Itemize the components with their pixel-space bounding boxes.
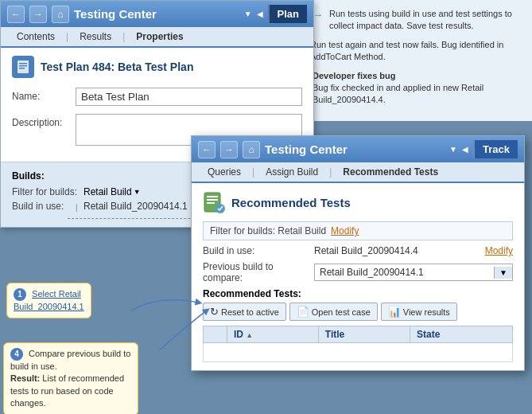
rec-title: Recommended Tests: [231, 196, 351, 209]
prev-build-row: Previous build to compare: ▼: [203, 261, 513, 283]
prev-build-label: Previous build to compare:: [203, 261, 314, 283]
callout-1-bubble: 1 Select RetailBuild_20090414.1: [6, 283, 91, 318]
toolbar-row: ↻ Reset to active 📄 Open test case 📊 Vie…: [203, 303, 513, 321]
svg-rect-1: [19, 63, 27, 64]
filter-dropdown-icon[interactable]: ▼: [134, 188, 141, 196]
th-id-label: ID: [234, 329, 243, 340]
track-back-button[interactable]: ←: [198, 141, 216, 158]
track-home-button[interactable]: ⌂: [243, 141, 260, 158]
callout-desc-3: Bug fix checked in and applied in new Re…: [313, 83, 483, 104]
track-window: ← → ⌂ Testing Center ▼ ◀ Track Queries |…: [191, 135, 525, 371]
filter-builds-label: Filter for builds: Retail Build: [210, 225, 326, 236]
build-in-use-row-track: Build in use: Retail Build_20090414.4 Mo…: [203, 245, 513, 256]
view-label: View results: [403, 307, 450, 317]
plan-dropdown-arrow[interactable]: ▼: [244, 10, 252, 18]
build-in-use-value: Retail Build_20090414.1: [83, 201, 188, 212]
svg-rect-3: [19, 68, 25, 69]
callout-4-text: Compare previous build to build in use.R…: [10, 349, 130, 408]
prev-build-dropdown-btn[interactable]: ▼: [494, 267, 512, 279]
tab-recommended-tests[interactable]: Recommended Tests: [333, 162, 448, 183]
plan-tabs: Contents | Results | Properties: [1, 27, 313, 48]
reset-label: Reset to active: [221, 307, 279, 317]
plan-window-title: Testing Center: [74, 7, 239, 21]
th-state-label: State: [417, 329, 440, 340]
tab-results[interactable]: Results: [70, 27, 121, 48]
track-nav-arrow[interactable]: ◀: [462, 145, 468, 154]
tab-contents[interactable]: Contents: [7, 27, 64, 48]
plan-titlebar: ← → ⌂ Testing Center ▼ ◀ Plan: [1, 1, 313, 27]
tab-assign-build[interactable]: Assign Build: [256, 162, 328, 183]
callout-text-2: Run tests using build in use and test se…: [329, 8, 522, 33]
th-title[interactable]: Title: [318, 326, 410, 343]
track-badge: Track: [473, 140, 518, 158]
reset-to-active-button[interactable]: ↻ Reset to active: [203, 303, 286, 321]
callout-1-num: 1: [14, 288, 26, 301]
th-state[interactable]: State: [410, 326, 513, 343]
sort-icon: ▲: [246, 331, 253, 339]
track-dropdown-arrow[interactable]: ▼: [449, 145, 457, 154]
filter-modify-link[interactable]: Modify: [331, 225, 359, 236]
table-row-empty: [204, 343, 513, 362]
th-id[interactable]: ID ▲: [227, 326, 319, 343]
callout-item-3: 3 Developer fixes bug Bug fix checked in…: [295, 70, 522, 107]
name-row: Name:: [12, 88, 302, 106]
tests-table: ID ▲ Title State: [203, 326, 513, 362]
callout-text-3: Developer fixes bug Bug fix checked in a…: [313, 70, 522, 107]
svg-rect-2: [19, 65, 27, 67]
callout-4-bubble: 4 Compare previous build to build in use…: [3, 342, 138, 414]
track-window-title: Testing Center: [265, 143, 445, 156]
plan-header: Test Plan 484: Beta Test Plan: [12, 56, 302, 78]
forward-button[interactable]: →: [29, 6, 47, 23]
callout-item-2: 2 → Run tests using build in use and tes…: [295, 8, 522, 33]
filter-label: Filter for builds:: [12, 186, 83, 197]
rec-tests-content: Recommended Tests Filter for builds: Ret…: [192, 183, 524, 370]
prev-build-input-container: ▼: [314, 264, 513, 281]
rec-tests-label: Recommended Tests:: [203, 288, 513, 299]
open-label: Open test case: [312, 307, 371, 317]
callout-label-3: Developer fixes bug: [313, 70, 522, 82]
filter-dropdown[interactable]: Retail Build ▼: [83, 186, 141, 197]
description-label: Description:: [12, 114, 76, 128]
name-input[interactable]: [76, 88, 302, 106]
tab-queries[interactable]: Queries: [198, 162, 250, 183]
callout-4-num: 4: [10, 348, 23, 361]
svg-rect-7: [207, 202, 215, 204]
build-in-use-value-track: Retail Build_20090414.4: [314, 245, 480, 256]
build-modify-link[interactable]: Modify: [485, 245, 513, 256]
back-button[interactable]: ←: [7, 6, 25, 23]
view-results-button[interactable]: 📊 View results: [381, 303, 457, 321]
track-titlebar: ← → ⌂ Testing Center ▼ ◀ Track: [192, 136, 524, 162]
callout-item-bug: ↩ Run test again and test now fails. Bug…: [295, 39, 522, 64]
track-tabs: Queries | Assign Build | Recommended Tes…: [192, 162, 524, 183]
callout-text-bug: Run test again and test now fails. Bug i…: [310, 39, 522, 64]
filter-builds-row: Filter for builds: Retail Build Modify: [203, 221, 513, 240]
plan-icon: [12, 56, 34, 78]
svg-rect-5: [207, 196, 218, 197]
open-icon: 📄: [297, 306, 309, 318]
plan-nav-arrow[interactable]: ◀: [257, 10, 263, 18]
build-in-use-label-track: Build in use:: [203, 245, 314, 256]
callout-4-arrow: [151, 307, 215, 354]
build-in-use-label: Build in use:: [12, 201, 83, 212]
th-title-label: Title: [325, 329, 344, 340]
svg-rect-6: [207, 199, 218, 201]
home-button[interactable]: ⌂: [52, 6, 69, 23]
rec-icon: [203, 191, 225, 213]
svg-rect-0: [17, 61, 29, 73]
tab-properties[interactable]: Properties: [126, 27, 192, 48]
open-test-case-button[interactable]: 📄 Open test case: [289, 303, 378, 321]
filter-value: Retail Build: [83, 186, 132, 197]
table-body: [204, 343, 513, 362]
name-label: Name:: [12, 88, 76, 102]
plan-badge: Plan: [268, 5, 307, 23]
rec-header: Recommended Tests: [203, 191, 513, 213]
prev-build-input[interactable]: [315, 264, 494, 280]
table-header-row: ID ▲ Title State: [204, 326, 513, 343]
track-forward-button[interactable]: →: [220, 141, 238, 158]
view-icon: 📊: [388, 306, 401, 318]
callout-panel: 2 → Run tests using build in use and tes…: [285, 0, 532, 121]
plan-title: Test Plan 484: Beta Test Plan: [41, 61, 193, 73]
